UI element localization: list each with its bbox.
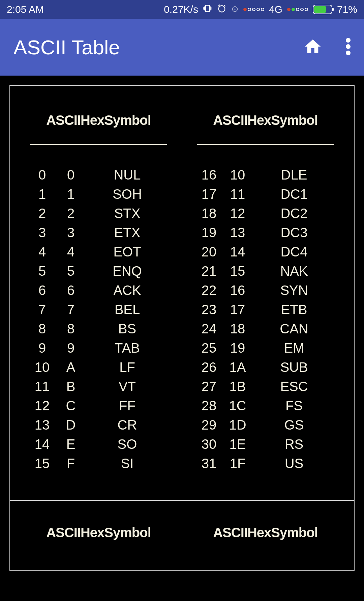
cell-symbol: NAK	[251, 262, 337, 281]
ascii-card-1: ASCIIHexSymbol 00NUL11SOH22STX33ETX44EOT…	[9, 85, 355, 501]
table-row: 44EOT	[27, 242, 170, 262]
table-row: 1812DC2	[194, 204, 337, 223]
table-row: 311FUS	[194, 454, 337, 473]
svg-point-3	[346, 44, 351, 49]
cell-ascii: 29	[194, 415, 224, 435]
cell-hex: 4	[57, 242, 84, 262]
table-row: 10ALF	[27, 358, 170, 377]
network-speed: 0.27K/s	[164, 4, 198, 15]
cell-ascii: 14	[27, 435, 57, 454]
vibrate-icon	[203, 4, 212, 16]
cell-symbol: CAN	[251, 319, 337, 338]
cell-ascii: 27	[194, 377, 224, 396]
cell-ascii: 9	[27, 338, 57, 358]
table-row: 77BEL	[27, 300, 170, 319]
cell-hex: D	[57, 415, 84, 435]
table-row: 99TAB	[27, 338, 170, 358]
table-row: 1711DC1	[194, 185, 337, 204]
table-row: 2519EM	[194, 338, 337, 358]
ascii-col-right: ASCIIHexSymbol 1610DLE1711DC11812DC21913…	[194, 113, 337, 473]
cell-symbol: SI	[84, 454, 170, 473]
cell-hex: 19	[224, 338, 251, 358]
content-area[interactable]: ASCIIHexSymbol 00NUL11SOH22STX33ETX44EOT…	[0, 76, 364, 580]
cell-hex: 5	[57, 262, 84, 281]
table-row: 2418CAN	[194, 319, 337, 338]
alarm-icon	[217, 4, 226, 16]
status-time: 2:05 AM	[7, 4, 44, 15]
ascii-col-left: ASCIIHexSymbol 00NUL11SOH22STX33ETX44EOT…	[27, 113, 170, 473]
table-row: 00NUL	[27, 165, 170, 185]
cell-hex: C	[57, 396, 84, 415]
ascii-col-right: ASCIIHexSymbol	[194, 525, 337, 556]
cell-ascii: 2	[27, 204, 57, 223]
cell-symbol: EM	[251, 338, 337, 358]
table-row: 271BESC	[194, 377, 337, 396]
cell-hex: 8	[57, 319, 84, 338]
more-icon[interactable]	[346, 37, 351, 57]
cell-symbol: STX	[84, 204, 170, 223]
cell-symbol: VT	[84, 377, 170, 396]
cell-hex: 6	[57, 281, 84, 300]
table-row: 13DCR	[27, 415, 170, 435]
table-row: 2317ETB	[194, 300, 337, 319]
cell-ascii: 13	[27, 415, 57, 435]
rows-left: 00NUL11SOH22STX33ETX44EOT55ENQ66ACK77BEL…	[27, 165, 170, 473]
table-row: 301ERS	[194, 435, 337, 454]
divider	[197, 144, 334, 145]
cell-ascii: 15	[27, 454, 57, 473]
cell-symbol: DC4	[251, 242, 337, 262]
table-row: 55ENQ	[27, 262, 170, 281]
cell-hex: 1E	[224, 435, 251, 454]
cell-hex: 18	[224, 319, 251, 338]
cell-hex: 11	[224, 185, 251, 204]
svg-point-1	[234, 8, 236, 10]
cell-ascii: 4	[27, 242, 57, 262]
cell-hex: E	[57, 435, 84, 454]
status-right: 0.27K/s 4G 71%	[164, 4, 357, 16]
cell-ascii: 8	[27, 319, 57, 338]
cell-hex: 16	[224, 281, 251, 300]
cell-symbol: ACK	[84, 281, 170, 300]
cell-ascii: 19	[194, 223, 224, 242]
table-row: 1610DLE	[194, 165, 337, 185]
cell-ascii: 21	[194, 262, 224, 281]
cell-ascii: 17	[194, 185, 224, 204]
cell-hex: 1	[57, 185, 84, 204]
cell-hex: 0	[57, 165, 84, 185]
table-row: 12CFF	[27, 396, 170, 415]
cell-symbol: ETB	[251, 300, 337, 319]
home-icon[interactable]	[303, 37, 322, 57]
col-header: ASCIIHexSymbol	[194, 113, 337, 128]
cell-symbol: FS	[251, 396, 337, 415]
cell-hex: 7	[57, 300, 84, 319]
cell-symbol: US	[251, 454, 337, 473]
cell-symbol: BEL	[84, 300, 170, 319]
table-row: 33ETX	[27, 223, 170, 242]
cell-ascii: 25	[194, 338, 224, 358]
app-bar: ASCII Table	[0, 19, 364, 76]
cell-hex: B	[57, 377, 84, 396]
table-row: 2216SYN	[194, 281, 337, 300]
svg-point-2	[346, 38, 351, 43]
cell-hex: 3	[57, 223, 84, 242]
cell-ascii: 22	[194, 281, 224, 300]
cell-hex: 15	[224, 262, 251, 281]
cell-ascii: 20	[194, 242, 224, 262]
cell-hex: 13	[224, 223, 251, 242]
cell-ascii: 7	[27, 300, 57, 319]
cell-hex: 10	[224, 165, 251, 185]
cell-ascii: 31	[194, 454, 224, 473]
cell-symbol: RS	[251, 435, 337, 454]
table-row: 2115NAK	[194, 262, 337, 281]
col-header: ASCIIHexSymbol	[27, 113, 170, 128]
status-bar: 2:05 AM 0.27K/s 4G 71%	[0, 0, 364, 19]
cell-symbol: DC2	[251, 204, 337, 223]
cell-hex: A	[57, 358, 84, 377]
cell-symbol: EOT	[84, 242, 170, 262]
battery-icon	[313, 5, 332, 14]
cell-ascii: 12	[27, 396, 57, 415]
svg-point-4	[346, 51, 351, 55]
table-row: 291DGS	[194, 415, 337, 435]
table-row: 88BS	[27, 319, 170, 338]
table-row: 11SOH	[27, 185, 170, 204]
